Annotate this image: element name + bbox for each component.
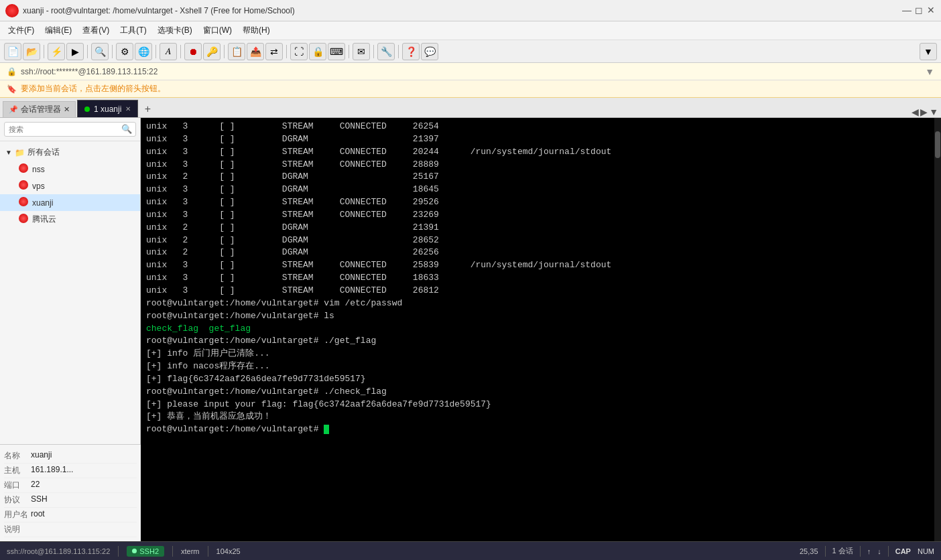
sidebar-item-nss[interactable]: nss [0, 161, 140, 178]
sidebar-search-area: 🔍 [0, 118, 140, 141]
toolbar-t2[interactable]: 📤 [247, 43, 264, 60]
folder-icon: 📁 [15, 148, 25, 157]
terminal[interactable]: unix 3 [ ] STREAM CONNECTED 26254unix 3 … [141, 118, 934, 541]
sidebar-item-tencentcloud[interactable]: 腾讯云 [0, 211, 140, 228]
menu-help[interactable]: 帮助(H) [237, 22, 275, 39]
status-num: NUM [918, 547, 934, 555]
toolbar-help[interactable]: ❓ [402, 43, 420, 60]
status-sep-3 [208, 546, 208, 557]
tree-root-all-sessions[interactable]: ▼ 📁 所有会话 [0, 144, 140, 161]
toolbar-t3[interactable]: ⇄ [265, 43, 283, 60]
terminal-scrollbar[interactable] [934, 118, 941, 541]
session-icon-nss [19, 163, 28, 175]
tab-navigation: ◀ ▶ ▼ [912, 107, 938, 117]
main-content: 🔍 ▼ 📁 所有会话 nss vps xuanji [0, 118, 941, 541]
status-dimensions: 104x25 [216, 547, 241, 555]
menu-window[interactable]: 窗口(W) [198, 22, 237, 39]
minimize-button[interactable]: — [902, 6, 912, 15]
tab-close-button[interactable]: ✕ [125, 105, 131, 113]
toolbar-rec[interactable]: ⏺ [184, 43, 202, 60]
toolbar-kbd[interactable]: ⌨ [328, 43, 345, 60]
sidebar-item-xuanji[interactable]: xuanji [0, 194, 140, 211]
status-term: xterm [181, 547, 200, 555]
scrollbar-thumb[interactable] [935, 131, 940, 158]
close-button[interactable]: ✕ [926, 6, 936, 15]
prop-label-protocol: 协议 [4, 494, 31, 506]
terminal-line: unix 3 [ ] STREAM CONNECTED 18633 [146, 272, 929, 285]
toolbar-scripting[interactable]: 🔧 [377, 43, 395, 60]
menu-file[interactable]: 文件(F) [3, 22, 40, 39]
status-cap: CAP [895, 547, 911, 555]
tab-next-button[interactable]: ▶ [920, 107, 928, 117]
notice-bar: 🔖 要添加当前会话，点击左侧的箭头按钮。 [0, 80, 941, 98]
terminal-line: unix 2 [ ] DGRAM 21391 [146, 222, 929, 234]
status-up-arrow: ↑ [867, 547, 871, 555]
active-tab[interactable]: 1 xuanji ✕ [77, 100, 138, 117]
toolbar-compose[interactable]: ✉ [353, 43, 370, 60]
session-icon-xuanji [19, 197, 28, 208]
prop-label-description: 说明 [4, 524, 31, 535]
toolbar-globe[interactable]: 🌐 [135, 43, 152, 60]
toolbar-zoom[interactable]: 🔍 [91, 43, 109, 60]
search-input[interactable] [4, 122, 136, 137]
terminal-line: root@vulntarget:/home/vulntarget# vim /e… [146, 297, 929, 310]
terminal-line: unix 2 [ ] DGRAM 25167 [146, 171, 929, 184]
menu-tools[interactable]: 工具(T) [115, 22, 151, 39]
toolbar-lock[interactable]: 🔒 [309, 43, 326, 60]
window-controls[interactable]: — ◻ ✕ [902, 6, 936, 15]
toolbar-overflow[interactable]: ▼ [920, 43, 937, 60]
toolbar-sep-10 [398, 45, 399, 58]
toolbar: 📄 📂 ⚡ ▶ 🔍 ⚙ 🌐 𝐴 ⏺ 🔑 📋 📤 ⇄ ⛶ 🔒 ⌨ ✉ 🔧 ❓ 💬 … [0, 40, 941, 63]
prop-value-username: root [31, 509, 137, 520]
toolbar-sep-3 [112, 45, 113, 58]
tab-add-button[interactable]: + [139, 101, 155, 117]
toolbar-sep-4 [155, 45, 156, 58]
toolbar-open[interactable]: 📂 [23, 43, 40, 60]
prop-row-protocol: 协议 SSH [4, 493, 137, 508]
menu-tabs[interactable]: 选项卡(B) [152, 22, 198, 39]
ssh-bar-dropdown[interactable]: ▼ [925, 66, 934, 77]
sidebar-item-vps[interactable]: vps [0, 178, 140, 194]
status-ssh-indicator: SSH2 [127, 546, 164, 557]
terminal-line: [+] 恭喜，当前机器应急成功！ [146, 411, 929, 423]
toolbar-sep-8 [349, 45, 349, 58]
app-icon [5, 4, 19, 17]
sidebar-item-xuanji-label: xuanji [32, 198, 53, 208]
tree-root-label: 所有会话 [27, 147, 60, 158]
toolbar-b2[interactable]: ▶ [66, 43, 84, 60]
terminal-line: unix 3 [ ] STREAM CONNECTED 29526 [146, 196, 929, 209]
terminal-line: unix 3 [ ] DGRAM 18645 [146, 184, 929, 196]
terminal-line: unix 2 [ ] DGRAM 26256 [146, 247, 929, 259]
status-sep-5 [860, 546, 861, 557]
toolbar-key[interactable]: 🔑 [203, 43, 221, 60]
status-sep-6 [888, 546, 889, 557]
toolbar-sep-6 [224, 45, 225, 58]
toolbar-font[interactable]: 𝐴 [160, 43, 177, 60]
toolbar-sep-9 [373, 45, 374, 58]
tab-prev-button[interactable]: ◀ [912, 107, 919, 117]
menu-view[interactable]: 查看(V) [77, 22, 115, 39]
terminal-line: root@vulntarget:/home/vulntarget# ./chec… [146, 386, 929, 399]
properties-panel: 名称 xuanji 主机 161.189.1... 端口 22 协议 SSH 用… [0, 444, 141, 541]
toolbar-settings[interactable]: ⚙ [116, 43, 133, 60]
menu-edit[interactable]: 编辑(E) [40, 22, 77, 39]
lock-icon: 🔒 [7, 67, 17, 76]
terminal-line: unix 3 [ ] STREAM CONNECTED 26812 [146, 285, 929, 297]
toolbar-comment[interactable]: 💬 [421, 43, 438, 60]
toolbar-new[interactable]: 📄 [4, 43, 21, 60]
session-panel-tab[interactable]: 📌 会话管理器 ✕ [3, 101, 76, 117]
tab-menu-button[interactable]: ▼ [929, 107, 938, 117]
sidebar-tree: ▼ 📁 所有会话 nss vps xuanji 腾讯云 [0, 141, 140, 444]
session-panel-close[interactable]: ✕ [64, 105, 70, 114]
search-icon[interactable]: 🔍 [121, 124, 132, 134]
status-protocol: SSH2 [139, 547, 159, 555]
prop-label-port: 端口 [4, 480, 31, 491]
terminal-line: unix 3 [ ] STREAM CONNECTED 20244 /run/s… [146, 146, 929, 159]
sidebar: 🔍 ▼ 📁 所有会话 nss vps xuanji [0, 118, 141, 541]
toolbar-connect[interactable]: ⚡ [48, 43, 65, 60]
pin-icon: 📌 [9, 105, 18, 114]
toolbar-fullscreen[interactable]: ⛶ [290, 43, 308, 60]
toolbar-t1[interactable]: 📋 [228, 43, 245, 60]
terminal-line: root@vulntarget:/home/vulntarget# ls [146, 310, 929, 323]
maximize-button[interactable]: ◻ [914, 6, 924, 15]
